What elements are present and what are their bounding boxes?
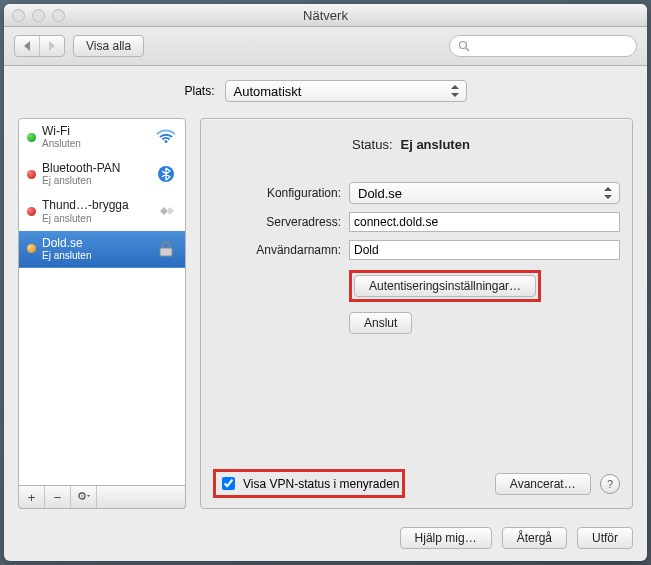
search-icon xyxy=(458,40,470,52)
panel-footer: Visa VPN-status i menyraden Avancerat… ? xyxy=(213,457,620,498)
thunderbolt-icon xyxy=(155,202,177,220)
sidebar-item-status: Ansluten xyxy=(42,138,149,149)
sidebar-item-wifi[interactable]: Wi-Fi Ansluten xyxy=(19,119,185,156)
vpn-status-checkbox[interactable] xyxy=(222,477,235,490)
interface-gear-button[interactable] xyxy=(71,486,97,508)
sidebar-container: Wi-Fi Ansluten Bluetooth-PAN Ej ansluten xyxy=(18,118,186,509)
bottom-actions: Hjälp mig… Återgå Utför xyxy=(4,519,647,561)
location-value: Automatiskt xyxy=(234,84,302,99)
nav-back-button[interactable] xyxy=(15,36,39,56)
status-dot-icon xyxy=(27,133,36,142)
sidebar-toolbar: + − xyxy=(18,486,186,509)
status-dot-icon xyxy=(27,244,36,253)
help-me-button[interactable]: Hjälp mig… xyxy=(400,527,492,549)
details-panel: Status: Ej ansluten Konfiguration: Dold.… xyxy=(200,118,633,509)
auth-settings-button[interactable]: Autentiseringsinställningar… xyxy=(354,275,536,297)
advanced-button[interactable]: Avancerat… xyxy=(495,473,591,495)
bluetooth-icon xyxy=(155,165,177,183)
svg-point-5 xyxy=(81,495,83,497)
sidebar-item-bluetooth[interactable]: Bluetooth-PAN Ej ansluten xyxy=(19,156,185,193)
wifi-icon xyxy=(155,128,177,146)
nav-forward-button[interactable] xyxy=(39,36,64,56)
window-title: Nätverk xyxy=(4,8,647,23)
username-input[interactable] xyxy=(349,240,620,260)
sidebar-item-status: Ej ansluten xyxy=(42,250,149,261)
revert-button[interactable]: Återgå xyxy=(502,527,567,549)
toolbar: Visa alla xyxy=(4,27,647,66)
apply-button[interactable]: Utför xyxy=(577,527,633,549)
sidebar-item-vpn[interactable]: Dold.se Ej ansluten xyxy=(19,231,185,268)
status-value: Ej ansluten xyxy=(401,137,561,152)
sidebar-item-label: Dold.se xyxy=(42,237,149,250)
sidebar-item-thunderbolt[interactable]: Thund…-brygga Ej ansluten xyxy=(19,193,185,230)
connect-button[interactable]: Anslut xyxy=(349,312,412,334)
svg-point-0 xyxy=(460,42,467,49)
status-label: Status: xyxy=(273,137,393,152)
config-select[interactable]: Dold.se xyxy=(349,182,620,204)
show-all-button[interactable]: Visa alla xyxy=(73,35,144,57)
vpn-status-checkbox-label: Visa VPN-status i menyraden xyxy=(243,477,400,491)
config-value: Dold.se xyxy=(358,186,402,201)
svg-rect-3 xyxy=(160,248,172,256)
location-label: Plats: xyxy=(184,84,214,98)
titlebar: Nätverk xyxy=(4,4,647,27)
username-row: Användarnamn: xyxy=(213,240,620,260)
status-dot-icon xyxy=(27,170,36,179)
config-row: Konfiguration: Dold.se xyxy=(213,182,620,204)
sidebar-item-label: Thund…-brygga xyxy=(42,199,149,212)
interfaces-list: Wi-Fi Ansluten Bluetooth-PAN Ej ansluten xyxy=(18,118,186,486)
remove-interface-button[interactable]: − xyxy=(45,486,71,508)
status-dot-icon xyxy=(27,207,36,216)
server-row: Serveradress: xyxy=(213,212,620,232)
location-row: Plats: Automatiskt xyxy=(4,66,647,112)
vpn-status-checkbox-row: Visa VPN-status i menyraden xyxy=(218,474,400,493)
main-area: Wi-Fi Ansluten Bluetooth-PAN Ej ansluten xyxy=(4,112,647,519)
sidebar-item-label: Bluetooth-PAN xyxy=(42,162,149,175)
svg-line-1 xyxy=(466,48,469,51)
sidebar-item-label: Wi-Fi xyxy=(42,125,149,138)
highlight-auth: Autentiseringsinställningar… xyxy=(349,270,541,302)
highlight-vpn-checkbox: Visa VPN-status i menyraden xyxy=(213,469,405,498)
gear-icon xyxy=(77,490,91,502)
search-input[interactable] xyxy=(449,35,637,57)
username-label: Användarnamn: xyxy=(213,243,341,257)
connect-row: Anslut xyxy=(349,312,620,334)
server-label: Serveradress: xyxy=(213,215,341,229)
lock-icon xyxy=(155,240,177,258)
add-interface-button[interactable]: + xyxy=(19,486,45,508)
sidebar-item-status: Ej ansluten xyxy=(42,175,149,186)
nav-buttons xyxy=(14,35,65,57)
network-preferences-window: Nätverk Visa alla Plats: Automatiskt xyxy=(4,4,647,561)
status-row: Status: Ej ansluten xyxy=(213,137,620,152)
server-address-input[interactable] xyxy=(349,212,620,232)
panel-footer-right: Avancerat… ? xyxy=(495,473,620,495)
config-label: Konfiguration: xyxy=(213,186,341,200)
location-select[interactable]: Automatiskt xyxy=(225,80,467,102)
sidebar-item-status: Ej ansluten xyxy=(42,213,149,224)
help-button[interactable]: ? xyxy=(600,474,620,494)
auth-row: Autentiseringsinställningar… xyxy=(349,270,620,302)
